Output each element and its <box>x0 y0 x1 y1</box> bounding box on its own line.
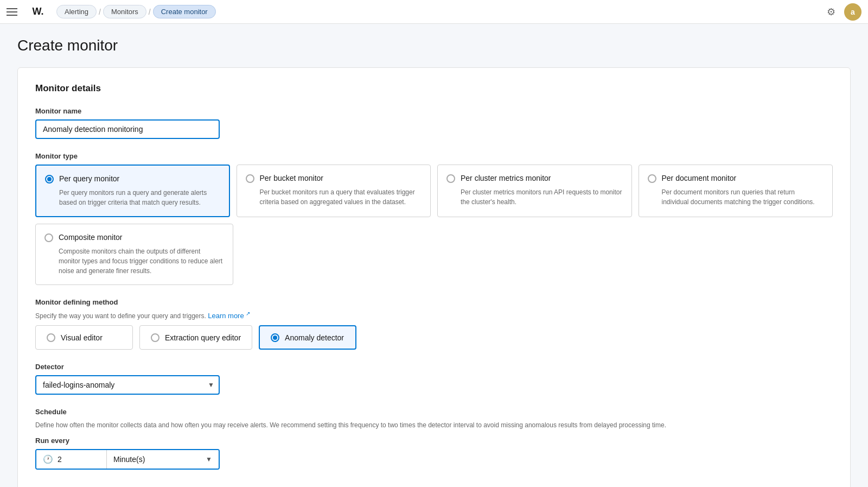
avatar[interactable]: a <box>844 3 861 21</box>
run-every-number-input[interactable] <box>58 455 74 464</box>
monitor-card-per-document[interactable]: Per document monitor Per document monito… <box>639 165 833 217</box>
clock-icon: 🕐 <box>43 454 53 464</box>
monitor-card-desc-per-document: Per document monitors run queries that r… <box>648 187 824 207</box>
breadcrumb: Alerting / Monitors / Create monitor <box>56 5 822 18</box>
monitor-card-desc-composite: Composite monitors chain the outputs of … <box>44 246 224 276</box>
monitor-card-per-bucket[interactable]: Per bucket monitor Per bucket monitors r… <box>237 165 431 217</box>
app-logo: W. <box>28 2 48 22</box>
monitor-type-group: Monitor type Per query monitor Per query… <box>35 152 833 285</box>
monitor-card-desc-per-bucket: Per bucket monitors run a query that eva… <box>246 187 422 207</box>
nav-right: ⚙ a <box>822 3 861 21</box>
page-title: Create monitor <box>17 37 851 54</box>
run-every-left: 🕐 <box>36 450 107 469</box>
monitor-name-input[interactable] <box>35 119 220 139</box>
method-group: Visual editor Extraction query editor An… <box>35 325 833 350</box>
radio-per-document[interactable] <box>648 174 656 183</box>
detector-group: Detector ▼ <box>35 363 833 395</box>
card-title: Monitor details <box>35 83 833 94</box>
method-label-visual: Visual editor <box>61 333 103 342</box>
monitor-card-title-per-cluster: Per cluster metrics monitor <box>461 174 551 182</box>
breadcrumb-item-monitors[interactable]: Monitors <box>103 5 146 18</box>
monitor-card-desc-per-query: Per query monitors run a query and gener… <box>45 188 220 207</box>
method-card-anomaly[interactable]: Anomaly detector <box>259 325 356 350</box>
page-content: Create monitor Monitor details Monitor n… <box>0 24 868 487</box>
external-link-icon: ↗ <box>246 311 250 317</box>
breadcrumb-tab-alerting[interactable]: Alerting <box>56 5 97 18</box>
monitor-card-title-per-bucket: Per bucket monitor <box>260 174 324 182</box>
radio-per-bucket[interactable] <box>246 174 254 183</box>
monitor-type-label: Monitor type <box>35 152 833 160</box>
breadcrumb-item-alerting[interactable]: Alerting <box>56 5 97 18</box>
breadcrumb-tab-create-monitor[interactable]: Create monitor <box>153 5 216 18</box>
monitor-type-row2: Composite monitor Composite monitors cha… <box>35 224 833 285</box>
schedule-group: Schedule Define how often the monitor co… <box>35 408 833 470</box>
breadcrumb-sep-2: / <box>149 8 151 16</box>
schedule-desc: Define how often the monitor collects da… <box>35 420 833 430</box>
learn-more-link[interactable]: Learn more ↗ <box>208 312 250 320</box>
monitor-details-card: Monitor details Monitor name Monitor typ… <box>17 67 851 487</box>
run-every-row: 🕐 Minute(s) ▼ <box>35 449 220 470</box>
monitor-name-group: Monitor name <box>35 107 833 139</box>
radio-composite[interactable] <box>44 233 53 242</box>
radio-anomaly[interactable] <box>271 333 279 342</box>
breadcrumb-sep-1: / <box>99 8 101 16</box>
monitor-card-title-composite: Composite monitor <box>59 233 123 242</box>
radio-extraction[interactable] <box>151 333 159 342</box>
monitor-card-title-per-document: Per document monitor <box>662 174 737 182</box>
run-every-label: Run every <box>35 437 833 445</box>
settings-icon[interactable]: ⚙ <box>822 3 840 21</box>
method-card-visual[interactable]: Visual editor <box>35 325 133 350</box>
monitor-card-desc-per-cluster: Per cluster metrics monitors run API req… <box>446 187 623 207</box>
monitor-card-per-cluster[interactable]: Per cluster metrics monitor Per cluster … <box>437 165 632 217</box>
top-nav: W. Alerting / Monitors / Create monitor … <box>0 0 868 24</box>
hamburger-menu[interactable] <box>7 3 24 21</box>
monitor-defining-method-label: Monitor defining method <box>35 298 833 306</box>
schedule-label: Schedule <box>35 408 833 416</box>
method-sublabel: Specify the way you want to define your … <box>35 311 833 320</box>
radio-visual[interactable] <box>47 333 55 342</box>
method-label-anomaly: Anomaly detector <box>285 333 344 342</box>
breadcrumb-item-create-monitor[interactable]: Create monitor <box>153 5 216 18</box>
radio-per-cluster[interactable] <box>446 174 455 183</box>
method-card-extraction[interactable]: Extraction query editor <box>139 325 252 350</box>
monitor-name-label: Monitor name <box>35 107 833 115</box>
monitor-type-spacer <box>240 224 833 285</box>
monitor-type-grid: Per query monitor Per query monitors run… <box>35 165 833 217</box>
monitor-defining-method-group: Monitor defining method Specify the way … <box>35 298 833 350</box>
run-every-chevron-icon: ▼ <box>206 456 212 463</box>
run-every-unit-label: Minute(s) <box>113 455 145 464</box>
radio-per-query[interactable] <box>45 175 54 184</box>
detector-label: Detector <box>35 363 833 371</box>
monitor-card-title-per-query: Per query monitor <box>59 174 119 183</box>
monitor-card-per-query[interactable]: Per query monitor Per query monitors run… <box>35 165 230 217</box>
breadcrumb-tab-monitors[interactable]: Monitors <box>103 5 146 18</box>
run-every-unit-selector[interactable]: Minute(s) ▼ <box>107 450 219 469</box>
detector-input-wrapper: ▼ <box>35 375 220 395</box>
method-label-extraction: Extraction query editor <box>165 333 241 342</box>
detector-input[interactable] <box>35 375 220 395</box>
monitor-card-composite[interactable]: Composite monitor Composite monitors cha… <box>35 224 233 285</box>
